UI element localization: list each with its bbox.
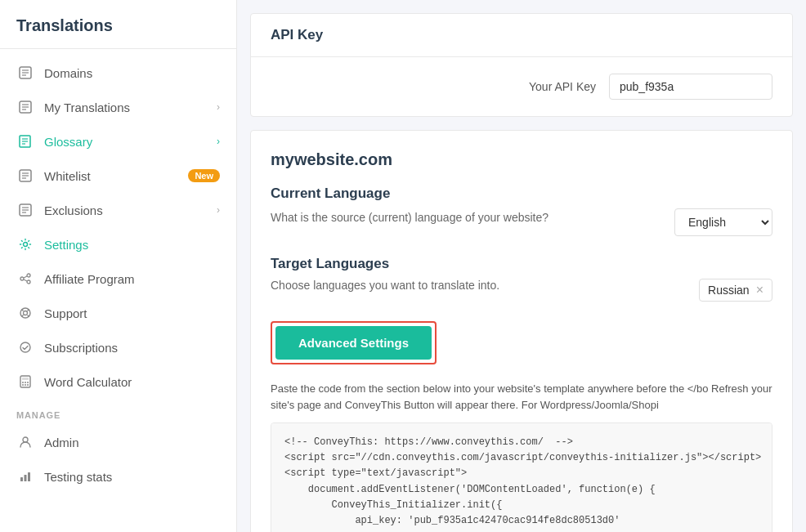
svg-point-36 xyxy=(25,382,26,383)
sidebar-item-label: Testing stats xyxy=(44,470,112,484)
api-key-title: API Key xyxy=(271,27,323,42)
svg-line-30 xyxy=(28,315,29,317)
svg-rect-34 xyxy=(22,378,29,380)
code-block: <!-- ConveyThis: https://www.conveythis.… xyxy=(271,422,772,532)
chevron-right-icon: › xyxy=(217,136,220,147)
current-language-select[interactable]: English xyxy=(674,208,772,236)
current-language-row: What is the source (current) language of… xyxy=(271,208,772,236)
svg-point-35 xyxy=(22,382,24,383)
sidebar-item-my-translations[interactable]: My Translations › xyxy=(0,90,236,124)
current-language-section: Current Language What is the source (cur… xyxy=(271,186,772,236)
chevron-right-icon: › xyxy=(217,101,220,113)
sidebar-item-domains[interactable]: Domains xyxy=(0,56,236,90)
affiliate-icon xyxy=(16,270,34,288)
book-icon xyxy=(16,132,34,150)
sidebar-item-label: Whitelist xyxy=(44,169,91,183)
api-key-label: Your API Key xyxy=(529,80,596,93)
sidebar-item-glossary[interactable]: Glossary › xyxy=(0,124,236,159)
current-language-title: Current Language xyxy=(271,186,772,202)
document-icon xyxy=(16,201,34,219)
sidebar-item-admin[interactable]: Admin xyxy=(0,425,236,459)
svg-rect-43 xyxy=(25,475,27,481)
api-key-row: Your API Key xyxy=(251,57,792,116)
svg-point-23 xyxy=(27,280,30,284)
svg-line-25 xyxy=(24,279,27,281)
admin-icon xyxy=(16,433,34,451)
svg-rect-44 xyxy=(28,472,30,481)
svg-point-37 xyxy=(27,382,29,383)
sidebar-item-label: My Translations xyxy=(44,101,130,114)
target-languages-section: Target Languages Choose languages you wa… xyxy=(271,256,772,302)
gear-icon xyxy=(16,235,34,253)
svg-point-40 xyxy=(27,384,29,386)
calculator-icon xyxy=(16,373,34,391)
sidebar-item-label: Affiliate Program xyxy=(44,272,135,286)
advanced-settings-button[interactable]: Advanced Settings xyxy=(275,326,432,360)
svg-point-32 xyxy=(20,342,30,352)
sidebar-item-label: Domains xyxy=(44,66,92,80)
sidebar-item-testing-stats[interactable]: Testing stats xyxy=(0,459,236,494)
sidebar-item-support[interactable]: Support xyxy=(0,296,236,330)
sidebar-item-label: Subscriptions xyxy=(44,341,118,355)
svg-point-20 xyxy=(24,243,28,247)
svg-point-22 xyxy=(27,274,30,277)
sidebar-item-whitelist[interactable]: Whitelist New xyxy=(0,159,236,193)
api-key-input[interactable] xyxy=(609,74,772,100)
svg-rect-42 xyxy=(20,477,23,481)
sidebar-item-settings[interactable]: Settings xyxy=(0,227,236,262)
sidebar: Translations Domains My Translations › xyxy=(0,0,237,532)
website-name: mywebsite.com xyxy=(271,150,772,169)
svg-point-27 xyxy=(24,311,28,315)
api-key-card: API Key Your API Key xyxy=(250,13,793,117)
svg-point-21 xyxy=(20,277,24,280)
sidebar-item-label: Exclusions xyxy=(44,203,103,217)
svg-point-41 xyxy=(23,437,28,442)
manage-section-label: MANAGE xyxy=(0,399,236,425)
sidebar-item-label: Settings xyxy=(44,238,88,252)
sidebar-item-subscriptions[interactable]: Subscriptions xyxy=(0,330,236,364)
target-languages-row: Choose languages you want to translate i… xyxy=(271,279,772,302)
stats-icon xyxy=(16,467,34,485)
main-content: API Key Your API Key mywebsite.com Curre… xyxy=(237,0,806,532)
subscriptions-icon xyxy=(16,338,34,356)
document-icon xyxy=(16,167,34,185)
target-languages-desc: Choose languages you want to translate i… xyxy=(271,279,499,292)
document-icon xyxy=(16,64,34,82)
sidebar-item-label: Admin xyxy=(44,436,79,449)
svg-line-28 xyxy=(28,310,29,311)
paste-description: Paste the code from the section below in… xyxy=(271,381,772,413)
api-key-card-header: API Key xyxy=(251,14,792,57)
sidebar-item-exclusions[interactable]: Exclusions › xyxy=(0,193,236,227)
svg-line-31 xyxy=(22,310,24,311)
new-badge: New xyxy=(188,169,220,182)
sidebar-item-label: Word Calculator xyxy=(44,375,132,389)
sidebar-item-word-calculator[interactable]: Word Calculator xyxy=(0,364,236,399)
russian-tag-label: Russian xyxy=(708,284,750,297)
advanced-settings-wrapper: Advanced Settings xyxy=(271,321,437,364)
sidebar-item-affiliate[interactable]: Affiliate Program xyxy=(0,262,236,296)
website-card: mywebsite.com Current Language What is t… xyxy=(250,130,793,532)
sidebar-item-label: Support xyxy=(44,306,87,320)
sidebar-title: Translations xyxy=(16,16,113,34)
russian-tag: Russian × xyxy=(699,279,772,302)
svg-line-24 xyxy=(24,276,27,278)
remove-russian-tag[interactable]: × xyxy=(756,284,763,297)
current-language-desc: What is the source (current) language of… xyxy=(271,211,549,224)
svg-point-38 xyxy=(22,384,24,386)
svg-line-29 xyxy=(22,315,24,317)
chevron-right-icon: › xyxy=(217,204,220,216)
target-languages-title: Target Languages xyxy=(271,256,772,272)
svg-point-39 xyxy=(25,384,26,386)
document-icon xyxy=(16,98,34,116)
support-icon xyxy=(16,304,34,322)
sidebar-header: Translations xyxy=(0,7,236,49)
sidebar-item-label: Glossary xyxy=(44,135,92,149)
